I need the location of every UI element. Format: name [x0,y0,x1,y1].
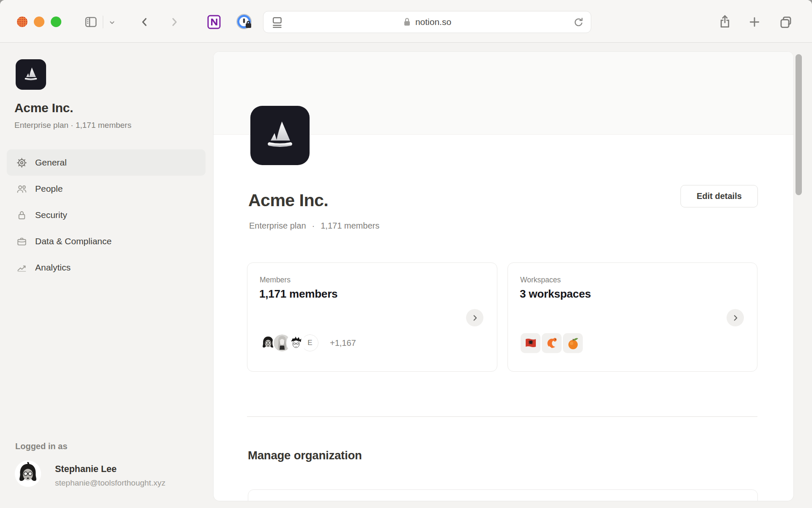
member-avatar-stack: E +1,167 [258,333,356,353]
page-title: Acme Inc. [248,190,328,210]
gear-icon [16,157,27,168]
sidebar-org-meta: Enterprise plan · 1,171 members [14,121,132,130]
user-avatar[interactable] [15,461,41,487]
sailboat-icon [277,121,290,141]
page-format-icon[interactable] [271,16,284,31]
sidebar-item-people[interactable]: People [7,176,206,202]
org-logo-large [250,106,310,165]
sidebar-item-label: Analytics [35,262,71,273]
plan-label: Enterprise plan [249,221,306,231]
members-card-value: 1,171 members [259,287,337,301]
settings-main-panel: Acme Inc. Enterprise plan · 1,171 member… [214,52,793,501]
scrollbar-thumb[interactable] [796,54,802,195]
user-name: Stephanie Lee [55,464,117,475]
address-bar[interactable]: notion.so [263,11,591,33]
members-card-label: Members [260,276,291,284]
manage-organization-card[interactable] [248,489,758,501]
workspaces-card-label: Workspaces [520,276,561,284]
people-icon [16,183,27,195]
sidebar-org-name: Acme Inc. [14,101,73,115]
workspace-emoji-row [521,333,583,353]
manage-organization-heading: Manage organization [248,449,362,462]
sidebar-item-analytics[interactable]: Analytics [7,254,206,281]
url-text: notion.so [415,17,451,27]
sidebar-item-label: General [35,157,67,168]
sailboat-icon [29,68,36,77]
trend-chart-icon [16,262,27,273]
new-tab-button[interactable] [747,14,762,30]
workspaces-card[interactable]: Workspaces 3 workspaces [508,262,757,372]
sidebar-item-label: Security [35,210,67,220]
forward-button[interactable] [167,15,181,29]
share-button[interactable] [717,14,733,30]
secure-lock-icon [403,17,411,27]
org-plan-meta: Enterprise plan · 1,171 members [249,221,379,231]
org-logo-small [16,59,46,90]
user-email: stephanie@toolsforthought.xyz [55,478,165,488]
member-overflow-count: +1,167 [330,338,356,348]
sidebar-toggle-icon[interactable] [84,15,98,29]
sidebar-item-label: People [35,184,63,194]
back-button[interactable] [137,15,152,29]
chevron-right-icon [470,313,480,323]
briefcase-icon [16,236,27,247]
browser-window: notion.so [0,0,812,508]
sidebar-nav: General People Security [7,149,206,281]
member-avatar [286,333,306,353]
edit-details-button[interactable]: Edit details [680,185,758,207]
toolbar-divider [103,16,103,28]
close-window-button[interactable] [17,17,27,27]
section-divider [247,416,757,417]
chevron-right-icon [731,313,740,323]
tangerine-emoji [563,333,583,353]
members-chevron-button[interactable] [466,309,483,326]
browser-toolbar: notion.so [0,0,812,43]
chevron-down-icon[interactable] [108,18,116,27]
sidebar-item-data-compliance[interactable]: Data & Compliance [7,228,206,254]
logged-in-as-label: Logged in as [15,442,67,451]
notion-favicon[interactable] [206,14,222,30]
member-count-label: 1,171 members [321,221,379,231]
zoom-window-button[interactable] [51,17,61,27]
shrimp-emoji [542,333,562,353]
reload-button[interactable] [572,16,585,30]
minimize-window-button[interactable] [34,17,44,27]
sidebar-item-general[interactable]: General [7,149,206,176]
password-manager-favicon[interactable] [236,13,253,31]
sidebar-item-security[interactable]: Security [7,202,206,228]
albanian-flag-emoji [521,333,540,353]
lock-icon [16,210,27,221]
workspaces-chevron-button[interactable] [727,309,744,326]
sidebar-item-label: Data & Compliance [35,236,112,246]
workspaces-card-value: 3 workspaces [520,287,591,301]
dot-separator: · [312,221,315,231]
members-card[interactable]: Members 1,171 members E +1,167 [247,262,497,372]
tab-overview-button[interactable] [778,14,794,30]
